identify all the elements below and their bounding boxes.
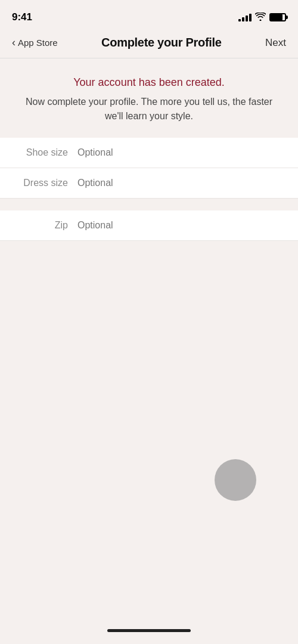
wifi-icon: [255, 13, 266, 23]
nav-bar: ‹ App Store Complete your Profile Next: [0, 30, 298, 58]
status-bar: 9:41: [0, 0, 298, 30]
back-button[interactable]: ‹ App Store: [12, 36, 58, 49]
back-arrow-icon: ‹: [12, 36, 15, 49]
shoe-size-label: Shoe size: [12, 147, 77, 158]
zip-label: Zip: [12, 220, 77, 231]
shoe-size-input[interactable]: [77, 147, 286, 158]
back-label: App Store: [18, 38, 58, 48]
success-section: Your account has been created. Now compl…: [0, 58, 298, 138]
section-gap: [0, 199, 298, 210]
size-form-section: Shoe size Dress size: [0, 138, 298, 199]
zip-form-section: Zip: [0, 210, 298, 241]
page-title: Complete your Profile: [101, 36, 222, 49]
battery-icon: [269, 13, 286, 21]
status-time: 9:41: [12, 11, 32, 23]
shoe-size-row: Shoe size: [0, 138, 298, 168]
zip-input[interactable]: [77, 220, 286, 231]
next-button[interactable]: Next: [265, 37, 286, 49]
signal-icon: [238, 13, 252, 21]
dress-size-row: Dress size: [0, 168, 298, 199]
home-indicator: [107, 629, 191, 632]
dress-size-input[interactable]: [77, 178, 286, 188]
success-title: Your account has been created.: [18, 76, 280, 89]
status-icons: [238, 13, 286, 23]
zip-row: Zip: [0, 210, 298, 241]
circle-decoration: [215, 459, 256, 501]
success-subtitle: Now complete your profile. The more you …: [18, 95, 280, 123]
dress-size-label: Dress size: [12, 178, 77, 188]
